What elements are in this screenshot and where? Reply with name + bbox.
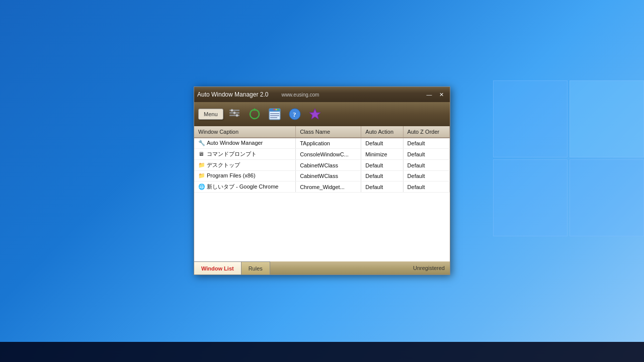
content-area: Window Caption Class Name Auto Action Au… [194, 126, 450, 261]
grid-cell-3 [493, 159, 568, 236]
toolbar-about-icon[interactable] [306, 105, 324, 123]
table-body: 🔧Auto Window ManagerTApplicationDefaultD… [194, 138, 450, 193]
col-class-name: Class Name [296, 126, 361, 138]
window-url: www.eusing.com [281, 92, 319, 98]
svg-rect-10 [270, 115, 279, 116]
list-scroll[interactable]: Window Caption Class Name Auto Action Au… [194, 126, 450, 261]
row-icon: 📁 [198, 172, 205, 179]
grid-cell-1 [493, 80, 568, 157]
cell-action: Default [361, 171, 403, 182]
cell-z-order: Default [403, 171, 449, 182]
cell-action: Minimize [361, 149, 403, 160]
toolbar: Menu [194, 102, 450, 126]
col-auto-action: Auto Action [361, 126, 403, 138]
title-bar: Auto Window Manager 2.0 www.eusing.com —… [194, 87, 450, 102]
svg-text:?: ? [293, 111, 296, 118]
minimize-button[interactable]: — [424, 90, 435, 99]
table-row[interactable]: 🌐新しいタブ - Google ChromeChrome_Widget...De… [194, 182, 450, 193]
svg-rect-9 [270, 113, 279, 114]
cell-action: Default [361, 160, 403, 171]
grid-cell-2 [570, 80, 644, 157]
svg-point-3 [230, 109, 233, 112]
table-row[interactable]: 🖥コマンドプロンプトConsoleWindowC...MinimizeDefau… [194, 149, 450, 160]
svg-point-5 [235, 114, 238, 117]
col-auto-z-order: Auto Z Order [403, 126, 449, 138]
cell-z-order: Default [403, 138, 449, 149]
cell-action: Default [361, 182, 403, 193]
table-row[interactable]: 🔧Auto Window ManagerTApplicationDefaultD… [194, 138, 450, 149]
tab-rules[interactable]: Rules [242, 261, 270, 275]
svg-point-13 [275, 109, 277, 111]
row-icon: 🖥 [198, 151, 205, 158]
cell-caption: 🔧Auto Window Manager [194, 138, 296, 149]
svg-point-4 [233, 112, 235, 114]
status-text: Unregistered [413, 265, 450, 271]
cell-z-order: Default [403, 149, 449, 160]
toolbar-settings-icon[interactable] [225, 105, 244, 123]
row-icon: 📁 [198, 162, 205, 169]
cell-z-order: Default [403, 160, 449, 171]
window-table: Window Caption Class Name Auto Action Au… [194, 126, 450, 193]
row-icon: 🌐 [198, 184, 205, 191]
toolbar-help-icon[interactable]: ? [286, 105, 304, 123]
table-row[interactable]: 📁Program Files (x86)CabinetWClassDefault… [194, 171, 450, 182]
cell-caption: 🖥コマンドプロンプト [194, 149, 296, 160]
svg-point-14 [273, 109, 275, 111]
svg-rect-11 [270, 117, 277, 118]
status-bar: Window List Rules Unregistered [194, 261, 450, 275]
col-window-caption: Window Caption [194, 126, 296, 138]
close-button[interactable]: ✕ [436, 90, 447, 99]
cell-action: Default [361, 138, 403, 149]
cell-class: CabinetWClass [296, 160, 361, 171]
window-title: Auto Window Manager 2.0 [197, 91, 268, 98]
toolbar-windowlist-icon[interactable] [266, 105, 284, 123]
title-controls: — ✕ [424, 90, 447, 99]
table-row[interactable]: 📁デスクトップCabinetWClassDefaultDefault [194, 160, 450, 171]
tab-window-list[interactable]: Window List [194, 261, 242, 275]
cell-z-order: Default [403, 182, 449, 193]
cell-class: CabinetWClass [296, 171, 361, 182]
taskbar [0, 342, 644, 362]
cell-class: ConsoleWindowC... [296, 149, 361, 160]
cell-caption: 🌐新しいタブ - Google Chrome [194, 182, 296, 193]
svg-point-12 [277, 109, 279, 111]
toolbar-refresh-icon[interactable] [246, 105, 264, 123]
svg-marker-17 [309, 109, 320, 119]
app-window: Auto Window Manager 2.0 www.eusing.com —… [194, 86, 450, 275]
table-header: Window Caption Class Name Auto Action Au… [194, 126, 450, 138]
win10-grid [493, 80, 644, 236]
grid-cell-4 [570, 159, 644, 236]
menu-button[interactable]: Menu [198, 109, 223, 120]
title-bar-left: Auto Window Manager 2.0 www.eusing.com [197, 91, 319, 98]
cell-caption: 📁デスクトップ [194, 160, 296, 171]
row-icon: 🔧 [198, 140, 205, 147]
cell-class: TApplication [296, 138, 361, 149]
cell-class: Chrome_Widget... [296, 182, 361, 193]
header-row: Window Caption Class Name Auto Action Au… [194, 126, 450, 138]
cell-caption: 📁Program Files (x86) [194, 171, 296, 182]
